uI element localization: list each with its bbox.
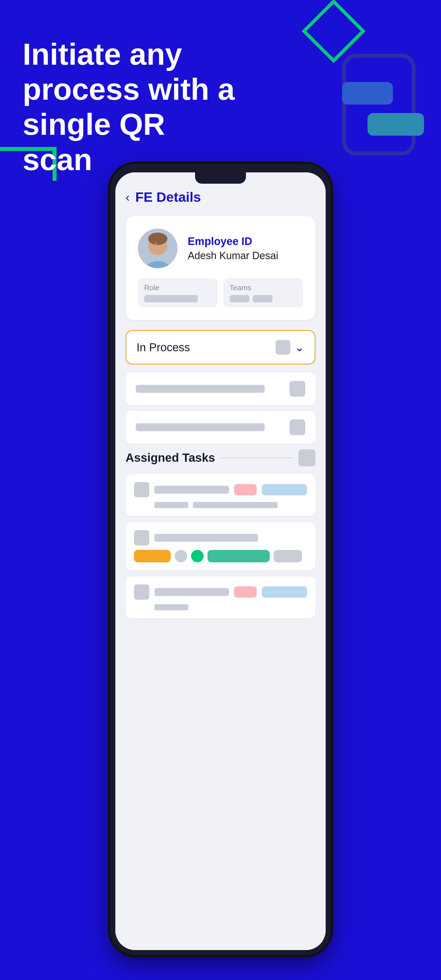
svg-point-4	[154, 242, 158, 247]
employee-card: Employee ID Adesh Kumar Desai Role Teams	[126, 216, 315, 320]
teams-placeholder-group	[229, 295, 297, 302]
app-header: ‹ FE Details	[126, 189, 315, 205]
task-badge-blue	[262, 484, 307, 495]
task-top-row	[134, 482, 307, 497]
teams-field: Teams	[223, 278, 303, 307]
tasks-icon	[299, 449, 315, 466]
process-icon-box	[275, 340, 290, 355]
task-checkbox[interactable]	[134, 530, 149, 546]
task-badge-pink	[234, 484, 257, 495]
hero-heading: Initiate any process with a single QR sc…	[22, 37, 243, 177]
tasks-title: Assigned Tasks	[126, 451, 215, 465]
role-label: Role	[144, 283, 212, 292]
task-badge-blue	[262, 586, 307, 598]
employee-info-row: Employee ID Adesh Kumar Desai	[138, 229, 303, 268]
phone-mockup: ‹ FE Details	[110, 164, 331, 955]
task-top-row	[134, 530, 307, 546]
process-right: ⌄	[275, 340, 304, 355]
task-badge-pink	[234, 586, 257, 598]
role-teams-row: Role Teams	[138, 278, 303, 307]
tag-gray	[274, 550, 302, 562]
svg-point-3	[148, 232, 167, 245]
assigned-tasks-section: Assigned Tasks	[126, 449, 315, 618]
process-label: In Process	[137, 341, 190, 354]
task-title-bar	[154, 534, 258, 542]
app-content: ‹ FE Details	[115, 172, 326, 950]
teams-label: Teams	[229, 283, 297, 292]
list-item[interactable]	[126, 411, 315, 444]
list-icon-1	[290, 381, 305, 397]
phone-frame-decoration	[342, 54, 416, 156]
task-sub-bar-sm	[154, 604, 188, 610]
list-bar-2	[136, 423, 264, 431]
tag-dot	[175, 550, 187, 562]
list-bar-1	[136, 385, 264, 393]
employee-id-label: Employee ID	[188, 235, 303, 248]
phone-notch	[195, 172, 246, 184]
avatar	[138, 229, 178, 268]
task-bottom-row	[134, 502, 307, 508]
task-row[interactable]	[126, 474, 315, 516]
back-button[interactable]: ‹	[126, 190, 130, 204]
tasks-divider	[221, 458, 293, 458]
task-sub-bar-lg	[193, 502, 278, 508]
tag-green-circle	[191, 550, 204, 562]
chat-bubble-2-decoration	[368, 113, 424, 136]
tasks-header: Assigned Tasks	[126, 449, 315, 466]
hero-heading-text: Initiate any process with a single QR sc…	[22, 37, 235, 177]
chat-bubble-1-decoration	[342, 82, 393, 105]
chevron-down-icon: ⌄	[295, 341, 304, 354]
list-icon-2	[290, 419, 305, 435]
task-sub-bar-sm	[154, 502, 188, 508]
phone-screen: ‹ FE Details	[115, 172, 326, 950]
employee-name: Adesh Kumar Desai	[188, 250, 303, 262]
task-top-row	[134, 584, 307, 600]
task-title-bar	[154, 486, 229, 494]
task-checkbox[interactable]	[134, 584, 149, 600]
list-item[interactable]	[126, 372, 315, 405]
team-placeholder-1	[229, 295, 249, 302]
task-title-bar	[154, 588, 229, 596]
team-placeholder-2	[253, 295, 272, 302]
task-row[interactable]	[126, 522, 315, 570]
role-placeholder	[144, 295, 198, 302]
employee-info: Employee ID Adesh Kumar Desai	[188, 235, 303, 262]
page-title: FE Details	[135, 189, 201, 205]
tag-orange	[134, 550, 171, 562]
task-bottom-row	[134, 604, 307, 610]
task-checkbox[interactable]	[134, 482, 149, 497]
task-tags-row	[134, 550, 307, 562]
tag-teal	[207, 550, 270, 562]
task-row[interactable]	[126, 576, 315, 618]
process-dropdown[interactable]: In Process ⌄	[126, 330, 315, 364]
role-field: Role	[138, 278, 218, 307]
